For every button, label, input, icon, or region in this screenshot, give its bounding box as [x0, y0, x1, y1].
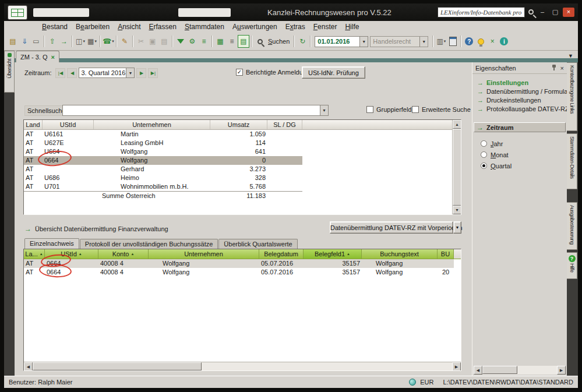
maximize-button[interactable]: ▢ [549, 8, 561, 17]
scroll-right-button[interactable]: ▶ [452, 362, 461, 371]
column-header-umsatz[interactable]: Umsatz [210, 120, 267, 129]
edit-note-icon[interactable]: ✎ [119, 35, 130, 48]
list-view-icon[interactable]: ≡ [226, 35, 238, 48]
datenuebermittlung-button[interactable]: Datenübermittlung DATEV-RZ mit Vorperiod… [330, 221, 453, 234]
erweiterte-suche-checkbox[interactable]: Erweiterte Suche [412, 106, 471, 113]
menu-item-ansicht[interactable]: Ansicht [114, 22, 144, 32]
menu-item-bearbeiten[interactable]: Bearbeiten [72, 22, 114, 32]
first-period-button[interactable]: |◀ [55, 68, 65, 78]
calculator-icon[interactable] [447, 35, 458, 48]
ustid-check-button[interactable]: USt-IdNr. Prüfung [302, 66, 365, 79]
uebersicht-datenuebermittlung-link[interactable]: → Übersicht Datenübermittlung Finanzverw… [24, 225, 168, 233]
form-view-icon[interactable]: ▤ [238, 35, 249, 48]
side-tab-hilfe[interactable]: ?Hilfe [567, 252, 577, 279]
period-select[interactable]: 3. Quartal 2016 ▼ [79, 68, 135, 78]
phone-icon[interactable]: ☎▾ [103, 35, 114, 48]
side-tab-kontextbezogene-links[interactable]: Kontextbezogene Links [567, 62, 577, 131]
properties-link-2[interactable]: →Druckeinstellungen [472, 96, 567, 104]
close-button[interactable]: × [563, 8, 574, 17]
settings-wrench-icon[interactable]: ⚙ [186, 35, 198, 48]
up-arrow-icon[interactable]: ⇧ [47, 35, 58, 48]
column-header-ustid[interactable]: UStId [43, 120, 94, 129]
refresh-icon[interactable]: ↻ [297, 35, 308, 48]
column-header-land[interactable]: Land [24, 120, 43, 129]
menu-item-hilfe[interactable]: Hilfe [341, 22, 363, 32]
properties-link-1[interactable]: →Datenübermittlung / Formular [472, 87, 567, 96]
help-icon[interactable]: ? [463, 35, 475, 48]
column-header-bu[interactable]: BU [438, 249, 454, 259]
column-header-unternehmen[interactable]: Unternehmen [94, 120, 210, 129]
filter-icon[interactable] [175, 35, 186, 48]
scrollbar-thumb[interactable] [33, 362, 202, 370]
report-icon[interactable]: ▥▾ [435, 35, 447, 48]
scroll-left-button[interactable]: ◀ [24, 362, 33, 371]
pin-icon[interactable] [551, 65, 557, 71]
chevron-down-icon[interactable]: ▼ [359, 37, 368, 47]
table-row[interactable]: Summe Österreich11.183 [24, 191, 302, 200]
tab-zm-3q[interactable]: ZM - 3. Q × [16, 51, 59, 62]
detail-tab-1[interactable]: Protokoll der unvollständigen Buchungssä… [80, 239, 218, 249]
radio-quartal[interactable]: Quartal [481, 160, 512, 171]
paste-icon[interactable]: ▤ [158, 35, 170, 48]
table-row[interactable]: ATU627ELeasing GmbH114 [24, 139, 302, 147]
search-combo-input[interactable]: ▼ [62, 105, 329, 116]
close-panel-icon[interactable]: × [560, 65, 564, 72]
column-header-belegdatum[interactable]: Belegdatum [259, 249, 304, 259]
scrollbar-thumb[interactable] [453, 129, 461, 206]
export-icon[interactable]: ⇓ [19, 35, 30, 48]
checklist-icon[interactable]: ≡ [198, 35, 210, 48]
tip-bulb-icon[interactable] [475, 35, 486, 48]
column-header-land[interactable]: La...▲ [24, 249, 45, 259]
column-header-konto[interactable]: Konto▲ [98, 249, 149, 259]
scrollbar-thumb[interactable] [482, 366, 517, 374]
close-tab-icon[interactable]: × [51, 54, 54, 61]
minimize-button[interactable]: – [537, 8, 548, 17]
last-period-button[interactable]: ▶| [148, 68, 158, 78]
scroll-right-button[interactable]: ▶ [557, 366, 566, 375]
side-tab-ausgabesteuerung[interactable]: Ausgabesteuerung [567, 202, 577, 250]
side-tab-stammdaten-details[interactable]: Stammdaten-Details [567, 133, 577, 189]
forward-arrow-icon[interactable]: → [58, 35, 70, 48]
scroll-left-button[interactable]: ◀ [474, 366, 482, 375]
search-icon[interactable] [528, 9, 534, 15]
table-row[interactable]: AT066440008 4Wolfgang05.07.201635157Wolf… [24, 268, 454, 277]
open-folder-icon[interactable]: ▤ [7, 35, 19, 48]
radio-jahr[interactable]: Jahr [481, 138, 512, 149]
properties-link-0[interactable]: →Einstellungen [472, 78, 567, 87]
radio-monat[interactable]: Monat [481, 149, 512, 160]
date-input[interactable]: 01.01.2016 ▼ [315, 36, 368, 47]
table-view-icon[interactable]: ▦ [214, 35, 226, 48]
info-icon[interactable]: i [498, 35, 510, 48]
cut-icon[interactable]: ✂ [135, 35, 147, 48]
column-header-sldg[interactable]: SL / DG [267, 120, 302, 129]
split-view-icon[interactable]: ◫▾ [75, 35, 86, 48]
accounting-mode-select[interactable]: Handelsrecht ▼ [370, 36, 428, 47]
print-icon[interactable]: ▭ [30, 35, 42, 48]
detail-tab-0[interactable]: Einzelnachweis [24, 238, 79, 249]
search-binoculars-icon[interactable] [254, 35, 266, 48]
berichtigte-anmeldung-checkbox[interactable]: ✓ Berichtigte Anmeldung [236, 69, 310, 76]
menu-item-bestand[interactable]: Bestand [38, 22, 72, 32]
column-header-buchungstext[interactable]: Buchungstext [362, 249, 438, 259]
table-row[interactable]: ATU686Heimo328 [24, 174, 302, 182]
menu-item-erfassen[interactable]: Erfassen [145, 22, 181, 32]
search-label[interactable]: Suchen [268, 38, 290, 45]
tab-list-dropdown-icon[interactable]: ▼ [568, 53, 573, 59]
tab-uebersicht[interactable]: Übersicht [4, 51, 15, 93]
properties-link-3[interactable]: →Protokollausgabe DATEV-RZ (Rück [472, 104, 567, 113]
chevron-down-icon[interactable]: ▼ [419, 37, 428, 47]
menu-item-extras[interactable]: Extras [281, 22, 309, 32]
menu-item-stammdaten[interactable]: Stammdaten [181, 22, 228, 32]
menu-item-fenster[interactable]: Fenster [309, 22, 341, 32]
copy-icon[interactable]: ▣ [147, 35, 158, 48]
column-header-unternehmen[interactable]: Unternehmen [149, 249, 259, 259]
chevron-down-icon[interactable]: ▼ [126, 68, 134, 77]
column-header-belegfeld1[interactable]: Belegfeld1▲ [304, 249, 362, 259]
next-period-button[interactable]: ▶ [136, 68, 146, 78]
table-row[interactable]: AT066440008 4Wolfgang05.07.201635157Wolf… [24, 259, 454, 268]
table-row[interactable]: ATU6161Martin1.059 [24, 130, 302, 139]
close-view-icon[interactable]: × [486, 35, 498, 48]
lexinform-search-input[interactable]: LEXinform/Info-Datenbank pro [438, 7, 525, 17]
table-row[interactable]: ATGerhard3.273 [24, 165, 302, 174]
chevron-down-icon[interactable]: ▼ [320, 105, 328, 115]
